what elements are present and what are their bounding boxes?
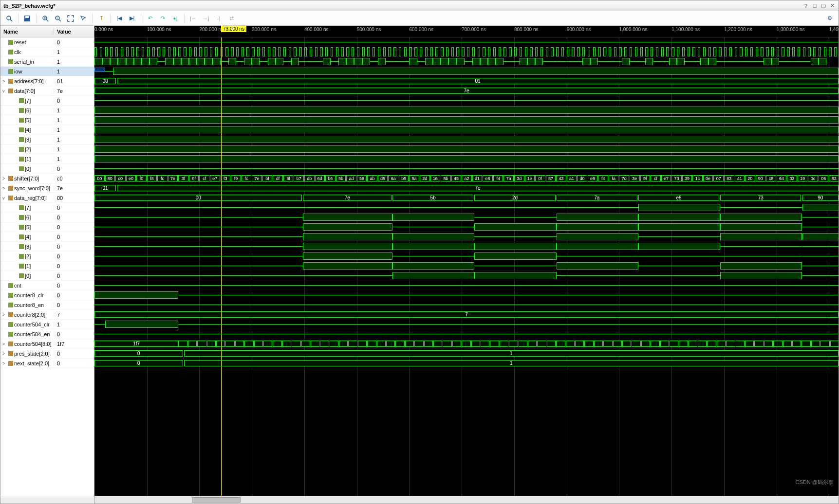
signal-row[interactable]: [0]0 [0,164,94,174]
time-ruler[interactable]: 0.000 ns100.000 ns200.000 ns300.000 ns40… [94,26,839,37]
waveform-row[interactable]: 017e [94,183,839,193]
go-to-start-icon[interactable]: ⤒ [95,13,107,24]
waveform-row[interactable] [94,300,839,310]
signal-row[interactable]: [4]0 [0,232,94,242]
prev-marker-icon[interactable]: |← [187,13,199,24]
signal-row[interactable]: [3]0 [0,242,94,252]
signal-row[interactable]: cnt0 [0,281,94,290]
waveform-row[interactable] [94,164,839,174]
scrollbar-thumb[interactable] [192,497,241,503]
waveform-row[interactable] [94,271,839,281]
delete-marker-icon[interactable]: -| [213,13,224,24]
signal-row[interactable]: [6]0 [0,213,94,222]
next-marker-icon[interactable]: →| [200,13,212,24]
signal-row[interactable]: vdata_reg[7:0]00 [0,193,94,203]
waveform-row[interactable] [94,125,839,135]
signal-row[interactable]: >counter8[2:0]7 [0,310,94,320]
signal-row[interactable]: [5]0 [0,222,94,232]
waveform-row[interactable]: 007e5b2d7ae87390 [94,193,839,203]
cursor-line[interactable] [221,37,222,496]
waveform-row[interactable] [94,135,839,144]
signal-row[interactable]: counter8_en0 [0,300,94,310]
signal-row[interactable]: [2]1 [0,144,94,154]
waveform-row[interactable] [94,320,839,329]
waveform-rows[interactable]: 00017e0080c0e0f0f8fc7e3f9fcfe7f3f9fc7ebf… [94,37,839,496]
waveform-row[interactable] [94,37,839,47]
maximize-icon[interactable]: ▢ [820,2,827,9]
save-icon[interactable] [21,13,33,24]
signal-row[interactable]: iow1 [0,67,94,76]
waveform-row[interactable]: 1f7 [94,339,839,349]
zoom-fit-icon[interactable] [65,13,76,24]
waveform-row[interactable] [94,242,839,252]
waveform-row[interactable] [94,222,839,232]
signal-row[interactable]: [6]1 [0,106,94,115]
waveform-row[interactable] [94,261,839,271]
signal-row[interactable]: counter8_clr0 [0,290,94,300]
signal-row[interactable]: [1]0 [0,261,94,271]
signal-row[interactable]: >sync_word[7:0]7e [0,183,94,193]
waveform-row[interactable] [94,106,839,115]
waveform-row[interactable]: 01 [94,349,839,359]
last-transition-icon[interactable]: ▶| [126,13,138,24]
column-value-header[interactable]: Value [54,29,71,35]
signal-value: 1 [54,127,60,133]
signal-row[interactable]: >shifter[7:0]c0 [0,174,94,183]
waveform-row[interactable] [94,115,839,125]
waveform-row[interactable] [94,252,839,261]
signal-row[interactable]: clk1 [0,47,94,57]
signal-row[interactable]: [7]0 [0,96,94,106]
help-icon[interactable]: ? [802,2,809,9]
waveform-row[interactable] [94,290,839,300]
swap-markers-icon[interactable]: ⇄ [225,13,237,24]
signal-row[interactable]: counter504_en0 [0,329,94,339]
waveform-row[interactable]: 01 [94,359,839,368]
waveform-row[interactable]: 7 [94,310,839,320]
column-name-header[interactable]: Name [0,29,54,35]
settings-icon[interactable]: ⚙ [824,13,836,24]
zoom-cursor-icon[interactable] [77,13,89,24]
signal-row[interactable]: [0]0 [0,271,94,281]
next-edge-icon[interactable]: ↷ [157,13,168,24]
waveform-row[interactable] [94,329,839,339]
waveform-row[interactable] [94,203,839,213]
signal-row[interactable]: >counter504[8:0]1f7 [0,339,94,349]
waveform-row[interactable] [94,47,839,57]
signal-row[interactable]: serial_in1 [0,57,94,67]
waveform-row[interactable] [94,57,839,67]
signal-list[interactable]: reset0clk1serial_in1iow1>address[7:0]01v… [0,37,94,496]
signal-row[interactable]: >next_state[2:0]0 [0,359,94,368]
signal-row[interactable]: >pres_state[2:0]0 [0,349,94,359]
waveform-row[interactable] [94,144,839,154]
waveform-row[interactable] [94,96,839,106]
close-icon[interactable]: ✕ [829,2,836,9]
add-marker-icon[interactable]: +| [169,13,181,24]
waveform-area[interactable]: 73.000 ns 0.000 ns100.000 ns200.000 ns30… [94,26,839,496]
signal-row[interactable]: vdata[7:0]7e [0,86,94,96]
zoom-in-icon[interactable] [39,13,51,24]
signal-row[interactable]: [2]0 [0,252,94,261]
waveform-row[interactable] [94,154,839,164]
signal-row[interactable]: counter504_clr1 [0,320,94,329]
prev-edge-icon[interactable]: ↶ [144,13,156,24]
horizontal-scrollbar[interactable] [94,496,839,504]
signal-row[interactable]: [5]1 [0,115,94,125]
zoom-out-icon[interactable] [52,13,64,24]
signal-row[interactable]: [7]0 [0,203,94,213]
cursor-time-label[interactable]: 73.000 ns [221,26,246,32]
first-transition-icon[interactable]: |◀ [113,13,125,24]
waveform-row[interactable] [94,213,839,222]
signal-row[interactable]: [3]1 [0,135,94,144]
waveform-row[interactable] [94,232,839,242]
signal-row[interactable]: [4]1 [0,125,94,135]
signal-row[interactable]: [1]1 [0,154,94,164]
minimize-icon[interactable]: □ [811,2,818,9]
search-icon[interactable] [3,13,15,24]
signal-row[interactable]: reset0 [0,37,94,47]
signal-row[interactable]: >address[7:0]01 [0,76,94,86]
waveform-row[interactable]: 0001 [94,76,839,86]
waveform-row[interactable] [94,67,839,76]
waveform-row[interactable]: 0080c0e0f0f8fc7e3f9fcfe7f3f9fc7ebfdf6fb7… [94,174,839,183]
waveform-row[interactable] [94,281,839,290]
waveform-row[interactable]: 7e [94,86,839,96]
